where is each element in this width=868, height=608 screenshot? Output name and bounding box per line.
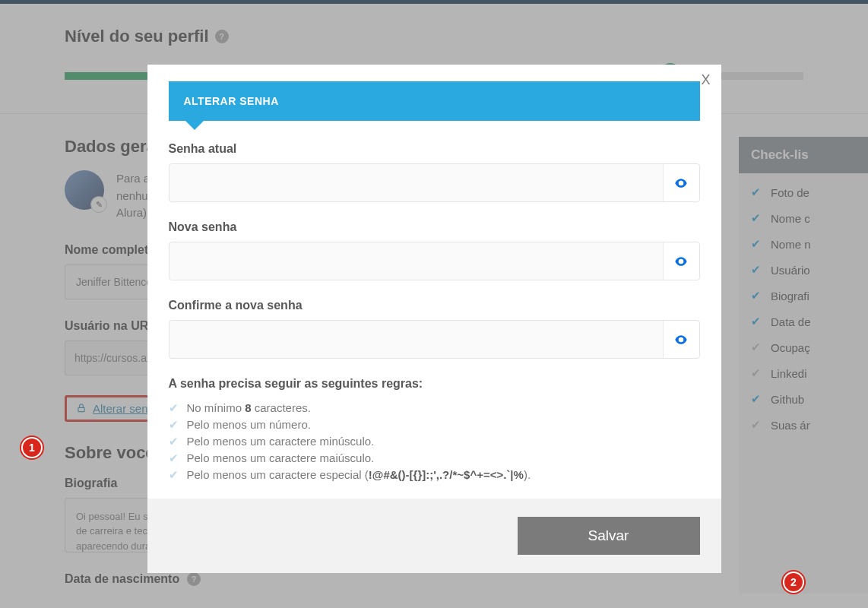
modal-footer: Salvar [147,499,721,573]
current-password-input[interactable] [169,164,663,201]
svg-point-1 [680,182,682,184]
eye-icon[interactable] [663,242,699,280]
modal-title: ALTERAR SENHA [169,81,700,121]
password-rules: ✔No mínimo 8 caracteres. ✔Pelo menos um … [169,400,700,499]
eye-icon[interactable] [663,321,699,358]
rule-item: ✔Pelo menos um caractere minúsculo. [169,433,700,450]
eye-icon[interactable] [663,164,699,201]
rule-item: ✔No mínimo 8 caracteres. [169,400,700,416]
current-password-label: Senha atual [169,142,700,156]
svg-point-3 [680,338,682,340]
confirm-password-input[interactable] [169,321,663,358]
change-password-modal: X ALTERAR SENHA Senha atual Nova senha [147,65,721,573]
new-password-wrap [169,242,700,280]
check-icon: ✔ [169,468,179,482]
annotation-2: 2 [783,572,804,593]
rule-text: Pelo menos um número. [187,418,311,431]
current-password-wrap [169,163,700,202]
modal-inner: ALTERAR SENHA Senha atual Nova senha C [147,65,721,573]
annotation-1: 1 [21,437,43,458]
rule-item: ✔Pelo menos um caractere maiúsculo. [169,450,700,467]
check-icon: ✔ [169,401,179,415]
rules-title: A senha precisa seguir as seguintes regr… [169,377,700,391]
check-icon: ✔ [169,451,179,465]
rule-item: ✔Pelo menos um número. [169,416,700,433]
check-icon: ✔ [169,418,179,432]
modal-overlay: X ALTERAR SENHA Senha atual Nova senha [0,0,868,608]
new-password-input[interactable] [169,242,663,280]
rule-item: ✔Pelo menos um caractere especial (!@#&(… [169,467,700,483]
confirm-password-wrap [169,320,700,359]
modal-form: Senha atual Nova senha Confirme a nova s… [169,121,700,573]
rule-text: Pelo menos um caractere especial (!@#&()… [187,468,531,481]
check-icon: ✔ [169,435,179,448]
svg-point-2 [680,260,682,262]
confirm-password-label: Confirme a nova senha [169,299,700,312]
new-password-label: Nova senha [169,220,700,234]
rule-text: Pelo menos um caractere maiúsculo. [187,451,375,464]
close-icon[interactable]: X [701,72,710,88]
rule-text: No mínimo 8 caracteres. [187,401,311,414]
rule-text: Pelo menos um caractere minúsculo. [187,435,375,448]
save-button[interactable]: Salvar [518,517,700,555]
